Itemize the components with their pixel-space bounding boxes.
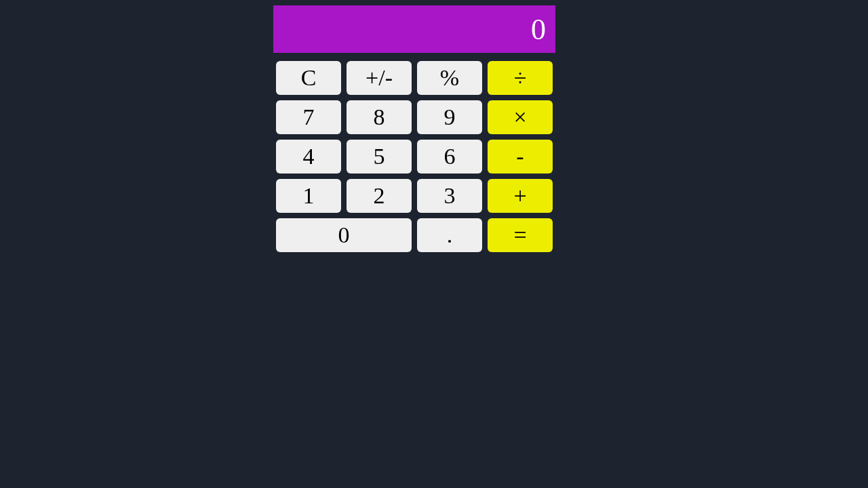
digit-4-button[interactable]: 4 — [276, 140, 341, 174]
calculator-keypad: C +/- % ÷ 7 8 9 × 4 5 6 - 1 2 3 + 0 . = — [273, 61, 555, 252]
percent-button[interactable]: % — [417, 61, 482, 95]
digit-0-button[interactable]: 0 — [276, 218, 412, 252]
decimal-button[interactable]: . — [417, 218, 482, 252]
digit-6-button[interactable]: 6 — [417, 140, 482, 174]
subtract-button[interactable]: - — [488, 140, 553, 174]
calculator: 0 C +/- % ÷ 7 8 9 × 4 5 6 - 1 2 3 + 0 . … — [273, 5, 555, 252]
digit-9-button[interactable]: 9 — [417, 100, 482, 134]
add-button[interactable]: + — [488, 179, 553, 213]
multiply-button[interactable]: × — [488, 100, 553, 134]
digit-3-button[interactable]: 3 — [417, 179, 482, 213]
digit-1-button[interactable]: 1 — [276, 179, 341, 213]
digit-8-button[interactable]: 8 — [347, 100, 412, 134]
equals-button[interactable]: = — [488, 218, 553, 252]
digit-5-button[interactable]: 5 — [347, 140, 412, 174]
digit-7-button[interactable]: 7 — [276, 100, 341, 134]
clear-button[interactable]: C — [276, 61, 341, 95]
calculator-display: 0 — [273, 5, 555, 53]
digit-2-button[interactable]: 2 — [347, 179, 412, 213]
divide-button[interactable]: ÷ — [488, 61, 553, 95]
negate-button[interactable]: +/- — [347, 61, 412, 95]
